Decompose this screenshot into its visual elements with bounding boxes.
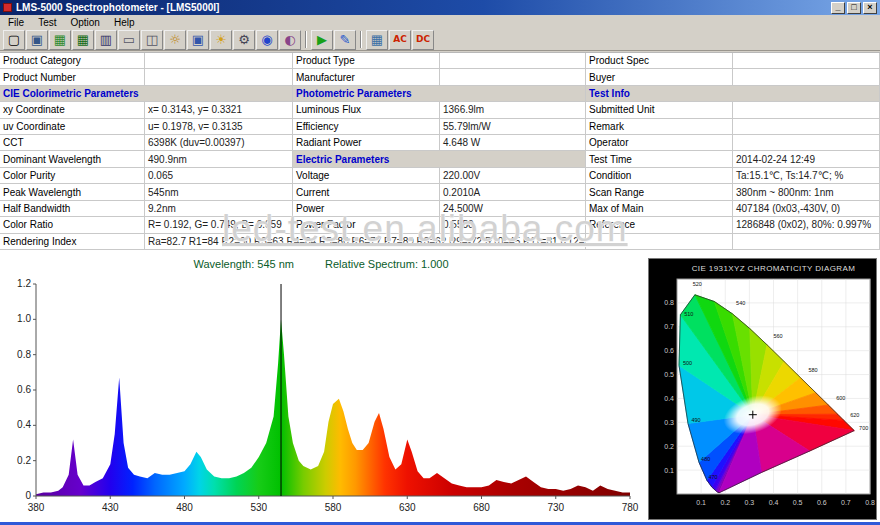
y-tick-label: 0.8 (17, 349, 31, 360)
value-uv-coordinate: u= 0.1978, v= 0.3135 (145, 119, 293, 135)
label-buyer: Buyer (586, 69, 733, 85)
value-manufacturer[interactable] (440, 69, 586, 85)
export-excel-button[interactable]: ▦ (72, 30, 94, 50)
data-table-icon: ▦ (371, 33, 383, 46)
open-file-button[interactable]: ▣ (26, 30, 48, 50)
x-tick-label: 680 (473, 502, 490, 513)
spectrum-area (36, 319, 630, 496)
cie-x-tick-label: 0.3 (745, 499, 755, 506)
cie-title: CIE 1931XYZ CHROMATICITY DIAGRAM (692, 264, 856, 273)
spectrum-panel: Wavelength: 545 nm Relative Spectrum: 1.… (0, 250, 642, 522)
label-xy-coordinate: xy Coordinate (0, 102, 145, 118)
section-header-electric-parameters: Electric Parameters (293, 151, 586, 167)
x-tick-label: 630 (399, 502, 416, 513)
x-tick-label: 380 (28, 502, 45, 513)
export-table-button[interactable]: ▦ (49, 30, 71, 50)
print-preview-button[interactable]: ◫ (141, 30, 163, 50)
value-condition: Ta:15.1℃, Ts:14.7℃; % (733, 168, 880, 184)
x-tick-label: 530 (250, 502, 267, 513)
cie-x-tick-label: 0.1 (696, 499, 706, 506)
brightness-button[interactable]: ☀ (210, 30, 232, 50)
menu-test[interactable]: Test (32, 17, 64, 28)
dc-source-button[interactable]: DC (412, 30, 434, 50)
value-product-number[interactable] (145, 69, 293, 85)
export-excel-icon: ▦ (77, 33, 89, 46)
value-color-purity: 0.065 (145, 168, 293, 184)
toolbar-separator (360, 31, 362, 48)
menu-help[interactable]: Help (108, 17, 143, 28)
label-condition: Condition (586, 168, 733, 184)
value-cct: 6398K (duv=0.00397) (145, 135, 293, 151)
label-manufacturer: Manufacturer (293, 69, 440, 85)
label-max-of-main: Max of Main (586, 201, 733, 217)
value-remark[interactable] (733, 119, 880, 135)
globe-help-button[interactable]: ◉ (256, 30, 278, 50)
value-scan-range: 380nm ~ 800nm: 1nm (733, 184, 880, 200)
cie-svg: CIE 1931XYZ CHROMATICITY DIAGRAM0.10.20.… (649, 259, 876, 519)
monitor-button[interactable]: ▣ (187, 30, 209, 50)
label-product-type: Product Type (293, 53, 440, 69)
spectrum-svg[interactable]: 00.20.40.60.81.01.2380430480530580630680… (0, 274, 642, 522)
label-cct: CCT (0, 135, 145, 151)
dc-source-icon: DC (416, 35, 430, 44)
relative-spectrum-readout: Relative Spectrum: 1.000 (325, 258, 449, 270)
minimize-button[interactable]: _ (831, 2, 845, 14)
color-palette-button[interactable]: ◐ (279, 30, 301, 50)
lamp-button[interactable]: ☼ (164, 30, 186, 50)
print-button[interactable]: ▭ (118, 30, 140, 50)
filler-cell (733, 234, 880, 250)
cie-y-tick-label: 0.3 (664, 419, 674, 426)
wavelength-label: 540 (736, 300, 745, 306)
x-tick-label: 580 (325, 502, 342, 513)
globe-help-icon: ◉ (261, 33, 272, 46)
toolbar-separator (305, 31, 307, 48)
maximize-button[interactable]: □ (847, 2, 861, 14)
value-efficiency: 55.79lm/W (440, 119, 586, 135)
settings-gear-button[interactable]: ⚙ (233, 30, 255, 50)
close-button[interactable]: × (863, 2, 877, 14)
color-palette-icon: ◐ (284, 33, 295, 46)
window-title: LMS-5000 Spectrophotometer - [LMS5000I] (16, 2, 219, 13)
label-product-number: Product Number (0, 69, 145, 85)
value-power: 24.500W (440, 201, 586, 217)
charts-area: Wavelength: 545 nm Relative Spectrum: 1.… (0, 250, 880, 522)
new-file-button[interactable]: ▢ (3, 30, 25, 50)
menu-option[interactable]: Option (64, 17, 107, 28)
value-operator[interactable] (733, 135, 880, 151)
value-power-factor: 0.5550 (440, 217, 586, 233)
cie-panel: CIE 1931XYZ CHROMATICITY DIAGRAM0.10.20.… (648, 258, 877, 520)
wavelength-label: 600 (836, 395, 845, 401)
wavelength-label: 700 (859, 425, 868, 431)
value-radiant-power: 4.648 W (440, 135, 586, 151)
cie-y-tick-label: 0.8 (664, 299, 674, 306)
value-buyer[interactable] (733, 69, 880, 85)
cie-x-tick-label: 0.6 (817, 499, 827, 506)
label-rendering-index: Rendering Index (0, 234, 145, 250)
start-test-button[interactable]: ▶ (311, 30, 333, 50)
value-submitted-unit[interactable] (733, 102, 880, 118)
section-header-cie-colorimetric-parameters: CIE Colorimetric Parameters (0, 86, 293, 102)
label-remark: Remark (586, 119, 733, 135)
label-product-spec: Product Spec (586, 53, 733, 69)
value-product-type[interactable] (440, 53, 586, 69)
title-bar: LMS-5000 Spectrophotometer - [LMS5000I] … (0, 0, 880, 15)
report-view-button[interactable]: ▥ (95, 30, 117, 50)
ac-source-button[interactable]: AC (389, 30, 411, 50)
y-tick-label: 1.2 (17, 278, 31, 289)
label-reference: Reference (586, 217, 733, 233)
lamp-icon: ☼ (169, 33, 181, 46)
value-product-category[interactable] (145, 53, 293, 69)
data-table-button[interactable]: ▦ (366, 30, 388, 50)
value-luminous-flux: 1366.9lm (440, 102, 586, 118)
value-product-spec[interactable] (733, 53, 880, 69)
probe-pen-button[interactable]: ✎ (334, 30, 356, 50)
label-luminous-flux: Luminous Flux (293, 102, 440, 118)
x-tick-label: 730 (547, 502, 564, 513)
label-color-purity: Color Purity (0, 168, 145, 184)
label-efficiency: Efficiency (293, 119, 440, 135)
menu-file[interactable]: File (2, 17, 32, 28)
ac-source-icon: AC (393, 35, 407, 44)
y-tick-label: 0 (25, 490, 31, 501)
label-operator: Operator (586, 135, 733, 151)
value-current: 0.2010A (440, 184, 586, 200)
